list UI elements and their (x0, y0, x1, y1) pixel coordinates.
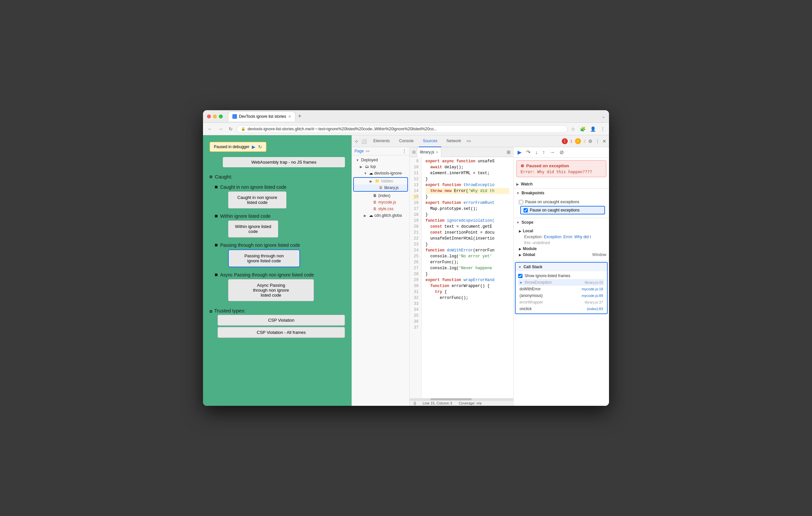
tree-item-mycodejs[interactable]: ▶ 🗎 mycode.js (352, 199, 409, 206)
warning-badge: ⚠ (575, 138, 581, 144)
breakpoints-header[interactable]: ▼ Breakpoints (514, 189, 609, 197)
tree-arrow-cdn: ▶ (364, 214, 368, 217)
tab-console[interactable]: Console (395, 135, 417, 147)
code-line-15: throw new Error('Why did th (426, 188, 509, 194)
tab-close-icon[interactable]: ✕ (288, 115, 291, 119)
devtools-more-icon[interactable]: ⋮ (595, 139, 600, 144)
code-line-19: Map.prototype.set(); (426, 206, 509, 212)
lock-icon: 🔒 (241, 127, 245, 131)
close-button[interactable] (207, 115, 211, 118)
stack-frame-1[interactable]: doWithError mycode.js:18 (518, 286, 604, 292)
button-passing-through[interactable]: Passing through nonignore listed code (228, 249, 300, 267)
debugger-play-icon[interactable]: ▶ (252, 144, 256, 149)
editor-scroll-thumb[interactable] (430, 398, 472, 400)
main-content: Paused in debugger ▶ ↻ WebAssembly trap … (203, 135, 609, 406)
resume-button[interactable]: ▶ (516, 149, 523, 156)
tree-item-deployed[interactable]: ▼ Deployed (352, 157, 409, 163)
menu-icon[interactable]: ⋮ (599, 126, 606, 132)
code-line-26: } (426, 242, 509, 247)
code-line-18: export function errorFromRunt (426, 200, 509, 206)
pause-uncaught-checkbox[interactable] (519, 200, 523, 204)
minimize-button[interactable] (213, 115, 217, 118)
error-badge: 1 (562, 138, 568, 144)
step-into-button[interactable]: ↓ (534, 149, 539, 156)
nav-page[interactable]: Page (354, 149, 364, 153)
debugger-step-icon[interactable]: ↻ (258, 144, 262, 149)
editor-toggle-icon[interactable]: ⊟ (412, 150, 415, 154)
tab-sources[interactable]: Sources (419, 135, 441, 147)
exception-title-text: Paused on exception (526, 163, 569, 168)
code-area[interactable]: 910111213 14151617 1819202122 2324252627… (410, 157, 513, 398)
devtools-body: Page >> ⋮ ▼ Deployed ▶ 🗂 (352, 147, 609, 406)
code-line-24: const insertionPoint = docu (426, 230, 509, 236)
editor-file-tab[interactable]: library.js ✕ (417, 147, 441, 157)
tab-chevron-icon[interactable]: ⌄ (602, 114, 605, 119)
stack-frame-3-name: errorWrapper (520, 300, 543, 305)
scope-local-label: Local (523, 229, 533, 233)
code-line-9: export async function unsafeS (426, 158, 509, 164)
reload-button[interactable]: ↻ (227, 126, 235, 132)
stack-frame-3[interactable]: errorWrapper library.js:37 (518, 299, 604, 305)
stack-frame-4-name: onclick (520, 306, 532, 311)
watch-header[interactable]: ▶ Watch (514, 180, 609, 188)
exception-title: ⊗ Paused on exception (521, 163, 602, 168)
devtools-settings-icon[interactable]: ⚙ (588, 139, 592, 144)
stack-frame-3-loc: library.js:37 (585, 300, 603, 304)
devtools-cursor-icon[interactable]: ⊹ (354, 139, 358, 144)
more-tabs-icon[interactable]: >> (466, 139, 471, 144)
editor-scrollbar[interactable] (410, 398, 513, 400)
url-bar[interactable]: 🔒 devtools-ignore-list-stories.glitch.me… (237, 125, 568, 133)
scope-exception-key: Exception: (524, 235, 544, 239)
browser-tab[interactable]: DevTools ignore list stories ✕ (228, 112, 295, 121)
editor-tab-close-icon[interactable]: ✕ (436, 150, 438, 154)
step-button[interactable]: → (548, 149, 556, 156)
editor-btn-right[interactable]: ⊞ (507, 149, 511, 155)
stack-frame-2[interactable]: (anonymous) mycode.js:89 (518, 292, 604, 299)
bullet-4 (215, 274, 218, 276)
tree-item-hidden[interactable]: ▶ 📁 hidden (354, 178, 407, 184)
tree-item-stylecss[interactable]: ▶ 🗎 style.css (352, 206, 409, 212)
tree-item-index[interactable]: ▶ 🗎 (index) (352, 192, 409, 199)
forward-button[interactable]: → (216, 126, 225, 132)
tree-item-libraryjs[interactable]: ▶ 🗎 library.js (354, 184, 407, 191)
scope-section: ▼ Scope ▶ Local Exception: Exception: Er… (514, 218, 609, 261)
nav-more-icon[interactable]: >> (366, 149, 370, 153)
deactivate-button[interactable]: ⊘ (558, 149, 565, 156)
tree-item-top[interactable]: ▶ 🗂 top (352, 163, 409, 170)
code-line-22: function ignoredcspviolation( (426, 218, 509, 224)
folder-icon-top: 🗂 (365, 164, 369, 169)
bookmark-icon[interactable]: ☆ (570, 126, 577, 132)
tab-network[interactable]: Network (443, 135, 465, 147)
code-line-35: function errorWrapper() { (426, 283, 509, 289)
tree-label-deployed: Deployed (361, 158, 378, 162)
button-within-ignore[interactable]: Within ignore listedcode (228, 220, 278, 238)
tree-item-devtools-ignore[interactable]: ▼ ☁ devtools-ignore- (352, 170, 409, 177)
devtools-close-icon[interactable]: ✕ (602, 139, 606, 144)
profile-icon[interactable]: 👤 (589, 126, 597, 132)
pause-caught-checkbox[interactable] (523, 208, 528, 212)
button-csp-violation[interactable]: CSP Violation (218, 315, 345, 326)
button-async-passing[interactable]: Async Passingthrough non ignorelisted co… (228, 279, 314, 301)
stack-frame-2-loc: mycode.js:89 (582, 294, 603, 298)
line-numbers: 910111213 14151617 1819202122 2324252627… (410, 157, 422, 398)
button-csp-violation-all[interactable]: CSP Violation - All frames (218, 327, 345, 338)
maximize-button[interactable] (219, 115, 223, 118)
scope-header[interactable]: ▼ Scope (514, 218, 609, 227)
stack-frame-0-name: throwException (524, 280, 552, 285)
tree-item-cdn[interactable]: ▶ ☁ cdn.glitch.globa (352, 212, 409, 219)
step-over-button[interactable]: ↷ (525, 149, 532, 156)
call-stack-header[interactable]: ▼ Call Stack (516, 263, 607, 271)
new-tab-button[interactable]: + (298, 113, 302, 120)
back-button[interactable]: ← (206, 126, 214, 132)
step-out-button[interactable]: ↑ (541, 149, 546, 156)
nav-dots-icon[interactable]: ⋮ (402, 149, 407, 154)
button-caught-non-ignore[interactable]: Caught in non ignorelisted code (228, 191, 287, 209)
devtools-panel: ⊹ ⬜ Elements Console Sources Network >> … (351, 135, 609, 406)
extensions-icon[interactable]: 🧩 (579, 126, 587, 132)
devtools-layout-icon[interactable]: ⬜ (361, 139, 367, 144)
stack-frame-4[interactable]: onclick (index):83 (518, 305, 604, 312)
tab-elements-label: Elements (373, 139, 390, 143)
show-ignored-checkbox[interactable] (518, 274, 523, 278)
stack-frame-0[interactable]: ➤ throwException library.js:15 (518, 279, 604, 286)
tab-elements[interactable]: Elements (369, 135, 394, 147)
